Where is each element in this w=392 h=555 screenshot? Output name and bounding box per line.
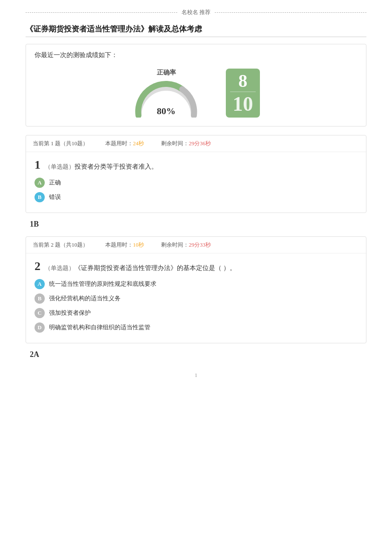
- option-badge-1-1: B: [35, 192, 45, 202]
- gauge-label: 正确率: [157, 69, 176, 77]
- options-2: A 统一适当性管理的原则性规定和底线要求 B 强化经营机构的适当性义务 C 强加…: [35, 277, 357, 336]
- question-current-1: 当前第 1 题（共10题）: [33, 140, 88, 147]
- option-2-1[interactable]: B 强化经营机构的适当性义务: [35, 293, 357, 304]
- question-remaining-1: 剩余时间：29分36秒: [161, 140, 211, 147]
- options-1: A 正确 B 错误: [35, 176, 357, 206]
- question-number-1: 1: [35, 159, 40, 171]
- option-2-0[interactable]: A 统一适当性管理的原则性规定和底线要求: [35, 279, 357, 289]
- header-line-left: [26, 12, 177, 13]
- question-text-1: （单选题）投资者分类等于投资者准入。: [45, 163, 158, 171]
- option-text-1-1: 错误: [49, 193, 61, 201]
- option-badge-2-0: A: [35, 279, 45, 289]
- question-card-1: 当前第 1 题（共10题） 本题用时：24秒 剩余时间：29分36秒 1 （单选…: [26, 135, 366, 213]
- question-header-2: 当前第 2 题（共10题） 本题用时：10秒 剩余时间：29分33秒: [26, 237, 366, 253]
- header-line-right: [215, 12, 366, 13]
- option-badge-2-2: C: [35, 308, 45, 318]
- option-badge-2-1: B: [35, 293, 45, 304]
- question-rem-val-2: 29分33秒: [189, 242, 211, 248]
- option-text-2-3: 明确监管机构和自律组织的适当性监管: [49, 324, 150, 331]
- answer-2: 2A: [30, 350, 366, 359]
- question-time-val-2: 10秒: [133, 242, 144, 248]
- score-divider: [230, 92, 256, 92]
- score-box: 8 10: [226, 69, 260, 118]
- questions-container: 当前第 1 题（共10题） 本题用时：24秒 剩余时间：29分36秒 1 （单选…: [26, 135, 366, 359]
- score-body: 正确率 80% 8 10: [35, 64, 357, 118]
- gauge-section: 正确率 80%: [132, 69, 200, 118]
- option-text-2-0: 统一适当性管理的原则性规定和底线要求: [49, 280, 156, 288]
- score-denominator: 10: [233, 94, 253, 114]
- question-text-2: （单选题）《证券期货投资者适当性管理办法》的基本定位是（ ）。: [45, 264, 236, 272]
- gauge-percent: 80%: [157, 106, 176, 117]
- option-text-2-1: 强化经营机构的适当性义务: [49, 295, 121, 302]
- option-1-0[interactable]: A 正确: [35, 178, 357, 188]
- page-number: 1: [26, 372, 366, 379]
- header-center-text: 名校名 推荐: [177, 9, 215, 16]
- question-rem-label-1: 剩余时间：: [161, 140, 189, 147]
- question-time-1: 本题用时：24秒: [105, 140, 144, 147]
- question-body-1: 1 （单选题）投资者分类等于投资者准入。 A 正确 B 错误: [26, 152, 366, 213]
- question-time-label-2: 本题用时：: [105, 242, 133, 248]
- question-type-1: （单选题）: [45, 164, 75, 170]
- question-rem-val-1: 29分36秒: [189, 140, 211, 147]
- question-body-2: 2 （单选题）《证券期货投资者适当性管理办法》的基本定位是（ ）。 A 统一适当…: [26, 253, 366, 343]
- question-number-2: 2: [35, 260, 40, 272]
- score-card: 你最近一次的测验成绩如下： 正确率 80% 8 10: [26, 44, 366, 127]
- option-2-3[interactable]: D 明确监管机构和自律组织的适当性监管: [35, 322, 357, 333]
- option-1-1[interactable]: B 错误: [35, 192, 357, 202]
- option-text-1-0: 正确: [49, 179, 61, 187]
- question-number-row-1: 1 （单选题）投资者分类等于投资者准入。: [35, 159, 357, 171]
- option-badge-1-0: A: [35, 178, 45, 188]
- gauge-container: 80%: [132, 79, 200, 118]
- page-header: 名校名 推荐: [26, 9, 366, 16]
- page-title: 《证券期货投资者适当性管理办法》解读及总体考虑: [26, 24, 366, 37]
- question-card-2: 当前第 2 题（共10题） 本题用时：10秒 剩余时间：29分33秒 2 （单选…: [26, 236, 366, 343]
- question-number-row-2: 2 （单选题）《证券期货投资者适当性管理办法》的基本定位是（ ）。: [35, 260, 357, 272]
- score-numerator: 8: [239, 72, 248, 90]
- question-time-2: 本题用时：10秒: [105, 241, 144, 249]
- option-2-2[interactable]: C 强加投资者保护: [35, 308, 357, 318]
- question-header-1: 当前第 1 题（共10题） 本题用时：24秒 剩余时间：29分36秒: [26, 135, 366, 152]
- option-text-2-2: 强加投资者保护: [49, 309, 91, 317]
- option-badge-2-3: D: [35, 322, 45, 333]
- question-type-2: （单选题）: [45, 265, 75, 271]
- question-current-2: 当前第 2 题（共10题）: [33, 241, 88, 249]
- question-time-label-1: 本题用时：: [105, 140, 133, 147]
- question-time-val-1: 24秒: [133, 140, 144, 147]
- answer-1: 1B: [30, 220, 366, 229]
- score-card-title: 你最近一次的测验成绩如下：: [35, 51, 357, 59]
- question-remaining-2: 剩余时间：29分33秒: [161, 241, 211, 249]
- question-rem-label-2: 剩余时间：: [161, 242, 189, 248]
